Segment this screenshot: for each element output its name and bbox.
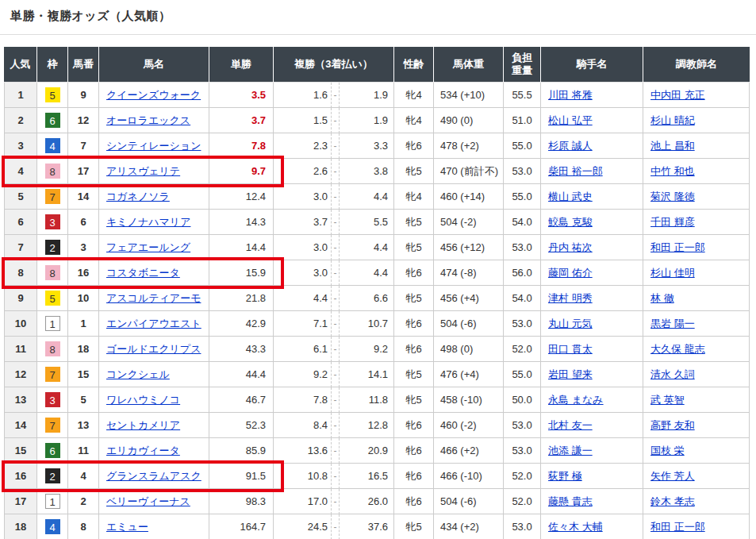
place-odds-max-cell: 9.2 bbox=[340, 337, 394, 362]
jockey-name-link[interactable]: 田口 貫太 bbox=[548, 343, 593, 355]
horse-number-cell: 18 bbox=[68, 337, 99, 362]
trainer-name-link[interactable]: 武 英智 bbox=[650, 394, 685, 406]
horse-name-cell: アスコルティアーモ bbox=[99, 286, 209, 311]
place-odds-max-cell: 11.8 bbox=[340, 387, 394, 413]
col-trainer-header: 調教師名 bbox=[643, 47, 750, 83]
trainer-name-link[interactable]: 林 徹 bbox=[650, 292, 674, 304]
jockey-name-link[interactable]: 北村 友一 bbox=[548, 419, 593, 431]
sex-age-cell: 牝6 bbox=[394, 337, 434, 362]
horse-name-link[interactable]: アリスヴェリテ bbox=[106, 165, 180, 177]
horse-name-link[interactable]: エミュー bbox=[106, 521, 148, 533]
trainer-name-link[interactable]: 千田 輝彦 bbox=[650, 216, 695, 228]
jockey-name-link[interactable]: 岩田 望来 bbox=[548, 368, 593, 380]
horse-weight-cell: 504 (-6) bbox=[434, 311, 504, 337]
horse-name-link[interactable]: セントカメリア bbox=[106, 419, 180, 431]
jockey-cell: 津村 明秀 bbox=[541, 286, 643, 311]
horse-name-link[interactable]: オーロラエックス bbox=[106, 114, 190, 126]
trainer-name-link[interactable]: 菊沢 隆徳 bbox=[650, 191, 695, 202]
jockey-cell: 鮫島 克駿 bbox=[541, 210, 643, 235]
jockey-name-link[interactable]: 杉原 誠人 bbox=[548, 140, 593, 152]
jockey-name-link[interactable]: 柴田 裕一郎 bbox=[548, 165, 603, 177]
frame-number-badge: 6 bbox=[45, 113, 60, 128]
horse-name-link[interactable]: コンクシェル bbox=[106, 368, 170, 380]
jockey-name-link[interactable]: 永島 まなみ bbox=[548, 394, 604, 406]
trainer-name-link[interactable]: 黒岩 陽一 bbox=[650, 318, 695, 329]
trainer-name-link[interactable]: 大久保 龍志 bbox=[650, 343, 705, 355]
horse-name-link[interactable]: シンティレーション bbox=[106, 140, 201, 152]
trainer-name-link[interactable]: 矢作 芳人 bbox=[650, 470, 695, 482]
horse-name-link[interactable]: グランスラムアスク bbox=[106, 470, 201, 482]
horse-name-link[interactable]: ワレハウミノコ bbox=[106, 394, 180, 406]
horse-name-link[interactable]: エリカヴィータ bbox=[106, 445, 180, 456]
place-odds-max-cell: 4.4 bbox=[340, 184, 394, 210]
sex-age-cell: 牝5 bbox=[394, 210, 434, 235]
rank-cell: 5 bbox=[4, 184, 37, 210]
horse-name-link[interactable]: ベリーヴィーナス bbox=[106, 495, 190, 507]
rank-cell: 9 bbox=[4, 286, 37, 311]
jockey-name-link[interactable]: 荻野 極 bbox=[548, 470, 582, 482]
horse-weight-cell: 466 (-10) bbox=[434, 464, 504, 489]
horse-weight-cell: 534 (+10) bbox=[434, 83, 504, 108]
trainer-name-link[interactable]: 鈴木 孝志 bbox=[650, 495, 695, 507]
horse-name-link[interactable]: ゴールドエクリプス bbox=[106, 343, 201, 355]
table-row: 4817アリスヴェリテ9.72.6-3.8牝5470 (前計不)53.0柴田 裕… bbox=[4, 159, 750, 184]
jockey-name-link[interactable]: 藤懸 貴志 bbox=[548, 495, 593, 507]
jockey-cell: 柴田 裕一郎 bbox=[541, 159, 643, 184]
jockey-name-link[interactable]: 丸山 元気 bbox=[548, 318, 593, 329]
trainer-name-link[interactable]: 中竹 和也 bbox=[650, 165, 695, 177]
jockey-name-link[interactable]: 津村 明秀 bbox=[548, 292, 593, 304]
jockey-name-link[interactable]: 川田 将雅 bbox=[548, 89, 593, 101]
rank-cell: 4 bbox=[4, 159, 37, 184]
jockey-name-link[interactable]: 鮫島 克駿 bbox=[548, 216, 593, 228]
horse-weight-cell: 478 (+2) bbox=[434, 133, 504, 159]
place-odds-max-cell: 5.5 bbox=[340, 210, 394, 235]
sex-age-cell: 牝4 bbox=[394, 108, 434, 133]
horse-number-cell: 1 bbox=[68, 311, 99, 337]
jockey-name-link[interactable]: 佐々木 大輔 bbox=[548, 521, 603, 533]
place-odds-max-cell: 37.6 bbox=[340, 514, 394, 539]
frame-number-badge: 4 bbox=[45, 138, 60, 153]
table-row: 636キミノナハマリア14.33.7-5.5牝5504 (-2)54.0鮫島 克… bbox=[4, 210, 750, 235]
horse-name-link[interactable]: エンパイアウエスト bbox=[106, 318, 201, 329]
jockey-name-link[interactable]: 藤岡 佑介 bbox=[548, 267, 593, 279]
horse-number-cell: 5 bbox=[68, 387, 99, 413]
table-row: 12715コンクシェル44.49.2-14.1牝5476 (+4)55.0岩田 … bbox=[4, 362, 750, 387]
rank-cell: 3 bbox=[4, 133, 37, 159]
trainer-cell: 高野 友和 bbox=[643, 413, 750, 438]
place-odds-separator: - bbox=[331, 413, 340, 438]
horse-name-cell: アリスヴェリテ bbox=[99, 159, 209, 184]
table-row: 1011エンパイアウエスト42.97.1-10.7牝6504 (-6)53.0丸… bbox=[4, 311, 750, 337]
trainer-name-link[interactable]: 高野 友和 bbox=[650, 419, 695, 431]
horse-weight-cell: 460 (+14) bbox=[434, 184, 504, 210]
trainer-name-link[interactable]: 杉山 佳明 bbox=[650, 267, 695, 279]
rank-cell: 2 bbox=[4, 108, 37, 133]
place-odds-separator: - bbox=[331, 133, 340, 159]
place-odds-min-cell: 17.0 bbox=[274, 489, 331, 514]
jockey-name-link[interactable]: 丹内 祐次 bbox=[548, 241, 593, 253]
horse-name-link[interactable]: コスタボニータ bbox=[106, 267, 180, 279]
win-odds-cell: 85.9 bbox=[209, 438, 274, 464]
horse-name-link[interactable]: コガネノソラ bbox=[106, 191, 170, 202]
horse-name-link[interactable]: フェアエールング bbox=[106, 241, 190, 253]
trainer-name-link[interactable]: 中内田 充正 bbox=[650, 89, 705, 101]
frame-number-badge: 1 bbox=[45, 494, 60, 509]
jockey-name-link[interactable]: 松山 弘平 bbox=[548, 114, 593, 126]
frame-number-badge: 5 bbox=[45, 291, 60, 306]
jockey-name-link[interactable]: 池添 謙一 bbox=[548, 445, 593, 456]
win-odds-cell: 46.7 bbox=[209, 387, 274, 413]
sex-age-cell: 牝4 bbox=[394, 184, 434, 210]
horse-name-link[interactable]: アスコルティアーモ bbox=[106, 292, 201, 304]
trainer-name-link[interactable]: 和田 正一郎 bbox=[650, 521, 705, 533]
horse-name-link[interactable]: クイーンズウォーク bbox=[106, 89, 201, 101]
horse-name-cell: セントカメリア bbox=[99, 413, 209, 438]
horse-name-link[interactable]: キミノナハマリア bbox=[106, 216, 190, 228]
trainer-name-link[interactable]: 杉山 晴紀 bbox=[650, 114, 695, 126]
trainer-name-link[interactable]: 和田 正一郎 bbox=[650, 241, 705, 253]
jockey-name-link[interactable]: 横山 武史 bbox=[548, 191, 593, 202]
trainer-name-link[interactable]: 国枝 栄 bbox=[650, 445, 685, 456]
place-odds-min-cell: 13.6 bbox=[274, 438, 331, 464]
trainer-name-link[interactable]: 清水 久詞 bbox=[650, 368, 695, 380]
table-row: 2612オーロラエックス3.71.5-1.9牝4490 (0)51.0松山 弘平… bbox=[4, 108, 750, 133]
trainer-name-link[interactable]: 池上 昌和 bbox=[650, 140, 695, 152]
rank-cell: 17 bbox=[4, 489, 37, 514]
